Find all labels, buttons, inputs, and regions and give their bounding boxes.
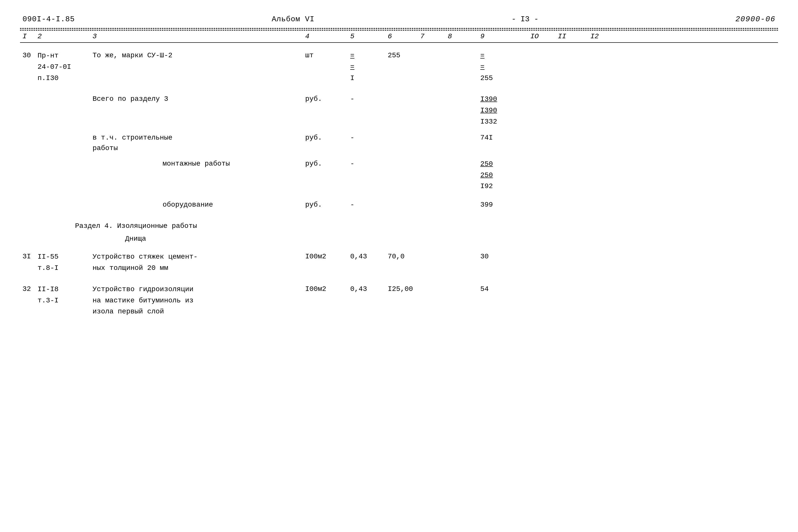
row-31-q2: 70,0 <box>388 251 420 262</box>
row-32-unit: I00м2 <box>305 284 350 294</box>
col-header-4: 4 <box>305 33 350 40</box>
col-header-12: I2 <box>590 33 623 40</box>
montazh-label: монтажные работы <box>93 158 305 169</box>
table-row-30: 30 Пр-нт 24-07-0I п.I30 То же, марки СУ-… <box>20 50 778 84</box>
oborud-row: оборудование руб. - 399 <box>20 200 778 212</box>
oborud-label: оборудование <box>93 200 305 210</box>
oborud-value: 399 <box>480 200 530 210</box>
header: 090I-4-I.85 Альбом VI - I3 - 20900-06 <box>20 15 778 23</box>
header-left: 090I-4-I.85 <box>22 15 75 23</box>
top-border <box>20 28 778 29</box>
col-header-5: 5 <box>350 33 388 40</box>
row-31-desc: Устройство стяжек цемент- ных толщиной 2… <box>93 251 305 274</box>
vsego-razdel-3-row: Всего по разделу 3 руб. - I390 I390 I332 <box>20 94 778 127</box>
row-30-c9: = = 255 <box>480 50 530 84</box>
vtch-value: 74I <box>480 133 530 143</box>
col-header-2: 2 <box>38 33 93 40</box>
col-header-7: 7 <box>420 33 448 40</box>
vtch-unit: руб. <box>305 133 350 143</box>
row-30-desc: То же, марки СУ-Ш-2 <box>93 50 305 61</box>
vtch-dash: - <box>350 133 388 143</box>
col-header-11: II <box>558 33 590 40</box>
row-30-q1: = = I <box>350 50 388 84</box>
vsego-label: Всего по разделу 3 <box>93 94 305 104</box>
oborud-dash: - <box>350 200 388 210</box>
oborud-unit: руб. <box>305 200 350 210</box>
column-headers: I 2 3 4 5 6 7 8 9 IO II I2 <box>20 30 778 43</box>
vtch-label: в т.ч. строительные работы <box>93 133 305 154</box>
montazh-unit: руб. <box>305 158 350 169</box>
row-30-num: 30 <box>20 50 38 61</box>
col-header-8: 8 <box>448 33 480 40</box>
col-header-10: IO <box>530 33 558 40</box>
row-32-ref: II-I8 т.3-I <box>38 284 93 306</box>
header-dash: - I3 - <box>512 15 538 23</box>
razdel4-title: Раздел 4. Изоляционные работы <box>75 222 778 230</box>
row-32-num: 32 <box>20 284 38 294</box>
vtch-stroit-row: в т.ч. строительные работы руб. - 74I <box>20 133 778 154</box>
row-31-c9: 30 <box>480 251 530 262</box>
row-32-c9: 54 <box>480 284 530 294</box>
col-header-1: I <box>20 33 38 40</box>
row-31-q1: 0,43 <box>350 251 388 262</box>
header-center: Альбом VI <box>272 15 315 23</box>
table-row-31: 3I II-55 т.8-I Устройство стяжек цемент-… <box>20 251 778 274</box>
header-right: 20900-06 <box>736 15 776 23</box>
montazh-row: монтажные работы руб. - 250 250 I92 <box>20 158 778 192</box>
montazh-dash: - <box>350 158 388 169</box>
row-30-q2: 255 <box>388 50 420 61</box>
row-32-q2: I25,00 <box>388 284 420 294</box>
row-31-unit: I00м2 <box>305 251 350 262</box>
row-31-num: 3I <box>20 251 38 262</box>
montazh-values: 250 250 I92 <box>480 158 530 192</box>
row-32-desc: Устройство гидроизоляции на мастике биту… <box>93 284 305 317</box>
razdel4-subtitle: Днища <box>125 235 778 243</box>
vsego-dash: - <box>350 94 388 104</box>
col-header-3: 3 <box>93 33 305 40</box>
table-row-32: 32 II-I8 т.3-I Устройство гидроизоляции … <box>20 284 778 317</box>
row-30-ref: Пр-нт 24-07-0I п.I30 <box>38 50 93 84</box>
vsego-values: I390 I390 I332 <box>480 94 530 127</box>
row-30-unit: шт <box>305 50 350 61</box>
col-header-9: 9 <box>480 33 530 40</box>
col-header-6: 6 <box>388 33 420 40</box>
vsego-unit: руб. <box>305 94 350 104</box>
row-32-q1: 0,43 <box>350 284 388 294</box>
row-31-ref: II-55 т.8-I <box>38 251 93 274</box>
